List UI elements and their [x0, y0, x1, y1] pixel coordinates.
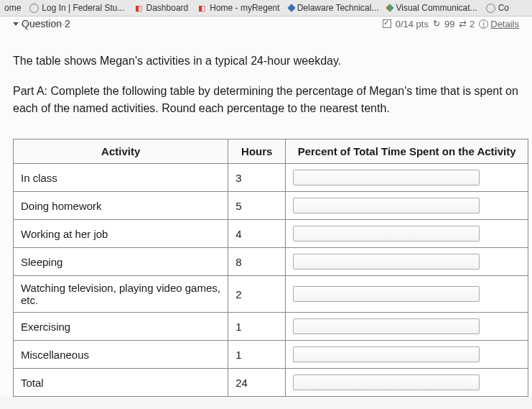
activity-cell: Total: [14, 369, 228, 397]
activity-table: Activity Hours Percent of Total Time Spe…: [13, 139, 528, 397]
header-percent: Percent of Total Time Spent on the Activ…: [286, 139, 528, 164]
question-number: Question 2: [22, 18, 70, 29]
activity-cell: Watching television, playing video games…: [14, 276, 228, 313]
table-row: Working at her job 4: [14, 220, 528, 248]
diamond-icon: [287, 4, 295, 12]
intro-text: The table shows Megan's activities in a …: [13, 52, 519, 70]
percent-input[interactable]: [293, 286, 480, 302]
activity-cell: Sleeping: [14, 248, 228, 276]
points-text: 0/14 pts: [396, 19, 429, 29]
percent-input[interactable]: [293, 170, 480, 185]
percent-cell: [286, 276, 528, 313]
percent-input[interactable]: [293, 346, 480, 362]
question-header: Question 2 0/14 pts ↻ 99 �ováním 2 ⇄ 2 i…: [13, 17, 519, 32]
bookmark-dashboard[interactable]: ◧ Dashboard: [132, 3, 190, 13]
percent-input[interactable]: [293, 374, 480, 390]
hours-cell: 1: [228, 341, 286, 369]
activity-cell: Exercising: [14, 313, 228, 341]
header-hours: Hours: [228, 139, 286, 164]
percent-input[interactable]: [293, 318, 480, 334]
hours-cell: 24: [228, 369, 286, 397]
activity-cell: Doing homework: [14, 192, 228, 220]
table-row: Exercising 1: [14, 313, 528, 341]
bookmark-label: ome: [4, 3, 21, 13]
details-text: Details: [490, 19, 519, 29]
table-row: Doing homework 5: [14, 192, 528, 220]
bookmark-label: Visual Communicat...: [396, 3, 477, 13]
hours-cell: 5: [228, 192, 286, 220]
bookmark-bar: ome Log In | Federal Stu... ◧ Dashboard …: [0, 0, 532, 17]
chevron-down-icon[interactable]: [13, 22, 19, 26]
bookmark-label: Delaware Technical...: [297, 3, 379, 13]
activity-cell: In class: [14, 164, 228, 192]
globe-icon: [486, 4, 495, 13]
table-row: Sleeping 8: [14, 248, 528, 276]
bookmark-label: Dashboard: [146, 3, 189, 13]
table-header-row: Activity Hours Percent of Total Time Spe…: [14, 139, 528, 164]
percent-cell: [286, 369, 528, 397]
percent-cell: [286, 164, 528, 192]
bookmark-home[interactable]: ome: [3, 3, 22, 13]
percent-cell: [286, 220, 528, 248]
table-row: Miscellaneous 1: [14, 341, 528, 369]
table-row: Total 24: [14, 369, 528, 397]
hours-cell: 4: [228, 220, 286, 248]
content-area: Question 2 0/14 pts ↻ 99 �ováním 2 ⇄ 2 i…: [0, 17, 532, 397]
table-row: Watching television, playing video games…: [14, 276, 528, 313]
bookmark-federal[interactable]: Log In | Federal Stu...: [28, 3, 126, 13]
canvas-icon: ◧: [134, 3, 144, 13]
diamond-multi-icon: [386, 4, 394, 12]
percent-cell: [286, 341, 528, 369]
attempts-text: 99: [444, 19, 454, 29]
bookmark-label: Co: [498, 3, 509, 13]
details-link[interactable]: i Details: [479, 19, 519, 29]
bookmark-delaware[interactable]: Delaware Technical...: [287, 3, 381, 13]
percent-input[interactable]: [293, 226, 480, 242]
question-label: Question 2: [13, 18, 70, 29]
check-icon: [383, 19, 391, 28]
bookmark-visual[interactable]: Visual Communicat...: [386, 3, 478, 13]
header-activity: Activity: [14, 139, 228, 164]
question-meta: 0/14 pts ↻ 99 �ováním 2 ⇄ 2 i Details: [383, 19, 519, 29]
bookmark-label: Log In | Federal Stu...: [42, 3, 124, 13]
regent-icon: ◧: [197, 3, 207, 13]
activity-cell: Working at her job: [14, 220, 228, 248]
activity-cell: Miscellaneous: [14, 341, 228, 369]
hours-cell: 2: [228, 276, 286, 313]
tries-combo: ⇄ 2: [459, 19, 475, 29]
bookmark-co[interactable]: Co: [485, 3, 510, 13]
percent-cell: [286, 313, 528, 341]
part-a-text: Part A: Complete the following table by …: [13, 83, 519, 117]
retry-icon[interactable]: ↻: [433, 19, 440, 29]
percent-input[interactable]: [293, 198, 480, 213]
globe-icon: [29, 4, 39, 13]
info-icon: i: [479, 19, 488, 29]
bookmark-myregent[interactable]: ◧ Home - myRegent: [195, 3, 281, 13]
hours-cell: 8: [228, 248, 286, 276]
percent-cell: [286, 192, 528, 220]
table-row: In class 3: [14, 164, 528, 192]
bookmark-label: Home - myRegent: [210, 3, 279, 13]
hours-cell: 1: [228, 313, 286, 341]
hours-cell: 3: [228, 164, 286, 192]
percent-input[interactable]: [293, 254, 480, 270]
percent-cell: [286, 248, 528, 276]
